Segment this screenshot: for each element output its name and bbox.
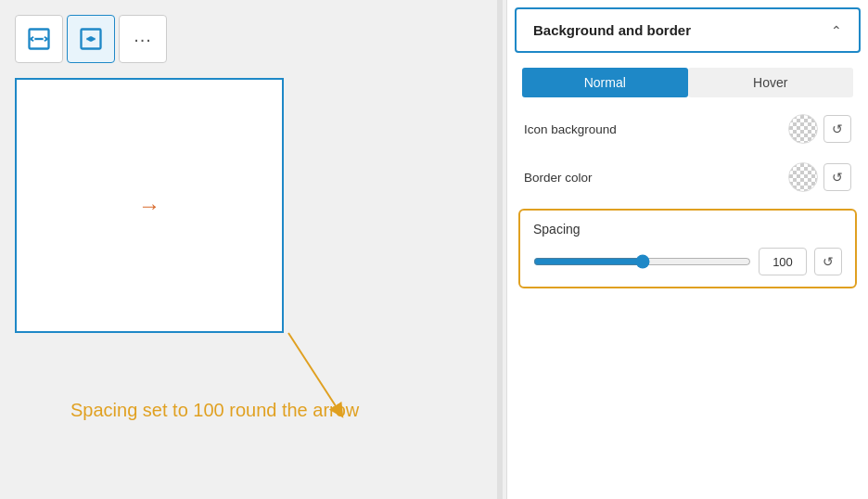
spacing-reset[interactable]: ↺ (814, 248, 842, 275)
tab-hover[interactable]: Hover (688, 68, 854, 97)
border-color-reset[interactable]: ↺ (823, 163, 851, 191)
border-color-swatch[interactable] (788, 162, 818, 192)
expand-button[interactable] (15, 15, 63, 63)
tab-row: Normal Hover (522, 68, 853, 97)
right-panel: Background and border ⌃ Normal Hover Ico… (506, 0, 868, 499)
slider-row: ↺ (533, 248, 842, 275)
border-color-label: Border color (524, 171, 593, 185)
border-color-row: Border color ↺ (507, 153, 868, 201)
section-header[interactable]: Background and border ⌃ (515, 7, 861, 53)
annotation-text: Spacing set to 100 round the arrow (70, 400, 359, 421)
section-title: Background and border (533, 22, 691, 38)
compress-button[interactable] (67, 15, 115, 63)
more-options-button[interactable]: ··· (119, 15, 167, 63)
spacing-section: Spacing ↺ (518, 209, 857, 288)
spacing-value-input[interactable] (759, 248, 807, 275)
icon-background-controls: ↺ (788, 114, 851, 144)
spacing-label: Spacing (533, 222, 842, 237)
slider-container[interactable] (533, 252, 751, 271)
arrow-icon: → (138, 193, 160, 219)
toolbar: ··· (15, 15, 167, 63)
tab-normal[interactable]: Normal (522, 68, 688, 97)
icon-background-row: Icon background ↺ (507, 105, 868, 153)
canvas-area: → (15, 78, 284, 333)
chevron-up-icon: ⌃ (831, 23, 842, 38)
icon-background-label: Icon background (524, 122, 617, 136)
icon-background-reset[interactable]: ↺ (823, 115, 851, 143)
spacing-slider[interactable] (533, 254, 751, 269)
border-color-controls: ↺ (788, 162, 851, 192)
icon-background-swatch[interactable] (788, 114, 818, 144)
panel-divider (497, 0, 503, 499)
left-panel: ··· → Spacing set to 100 round the arrow (0, 0, 493, 499)
